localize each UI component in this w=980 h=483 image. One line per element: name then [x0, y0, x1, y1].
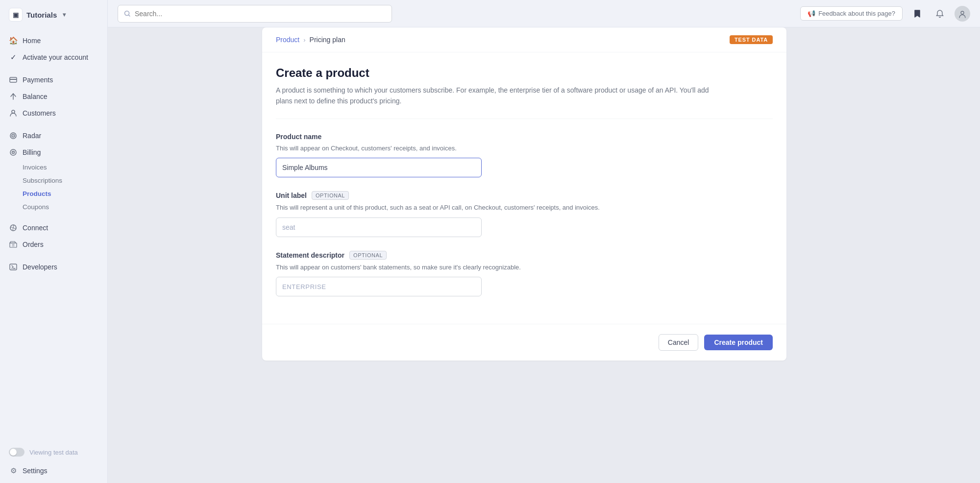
sidebar-item-label: Payments — [23, 76, 53, 84]
cancel-button[interactable]: Cancel — [659, 334, 699, 351]
test-data-toggle[interactable] — [9, 448, 24, 457]
statement-descriptor-label: Statement descriptor — [276, 251, 344, 259]
sidebar-item-label: Radar — [23, 132, 41, 140]
test-data-label: Viewing test data — [29, 449, 78, 456]
sidebar-item-label: Activate your account — [23, 53, 88, 61]
breadcrumb-product-link[interactable]: Product — [276, 36, 299, 44]
unit-label-optional-badge: OPTIONAL — [312, 191, 349, 200]
statement-descriptor-hint: This will appear on customers' bank stat… — [276, 263, 773, 272]
app-icon: ▣ — [9, 8, 23, 22]
svg-rect-1 — [10, 79, 17, 80]
sidebar-item-billing[interactable]: Billing — [0, 144, 107, 161]
form-title: Create a product — [276, 66, 773, 80]
sidebar-item-developers[interactable]: Developers — [0, 259, 107, 275]
search-input[interactable] — [135, 10, 386, 18]
bookmark-icon[interactable] — [909, 6, 925, 22]
svg-point-13 — [961, 11, 964, 14]
sidebar-item-balance[interactable]: Balance — [0, 88, 107, 105]
content-area: Product › Pricing plan TEST DATA Create … — [108, 27, 980, 483]
sidebar-item-payments[interactable]: Payments — [0, 72, 107, 88]
sidebar-nav: 🏠 Home ✓ Activate your account Payments — [0, 29, 107, 442]
sidebar-item-activate[interactable]: ✓ Activate your account — [0, 49, 107, 66]
sidebar-item-customers[interactable]: Customers — [0, 105, 107, 121]
product-name-hint: This will appear on Checkout, customers'… — [276, 144, 773, 153]
breadcrumb: Product › Pricing plan — [276, 36, 345, 44]
breadcrumb-current: Pricing plan — [310, 36, 345, 44]
settings-icon: ⚙ — [9, 466, 18, 475]
product-name-input[interactable] — [276, 158, 482, 177]
billing-icon — [9, 148, 18, 157]
form-description: A product is something to which your cus… — [276, 85, 717, 107]
topbar-right: 📢 Feedback about this page? — [800, 6, 970, 22]
toggle-knob — [10, 449, 17, 456]
sidebar-item-label: Home — [23, 37, 41, 45]
svg-point-5 — [13, 135, 14, 136]
notification-bell-icon[interactable] — [932, 6, 948, 22]
sidebar-item-label: Balance — [23, 93, 48, 100]
sidebar-item-radar[interactable]: Radar — [0, 127, 107, 144]
sidebar-item-label: Connect — [23, 224, 48, 232]
statement-descriptor-optional-badge: OPTIONAL — [349, 251, 387, 260]
balance-icon — [9, 92, 18, 101]
unit-label-row: Unit label OPTIONAL — [276, 191, 773, 200]
orders-icon — [9, 240, 18, 249]
statement-descriptor-input[interactable] — [276, 277, 482, 296]
product-name-field: Product name This will appear on Checkou… — [276, 133, 773, 178]
sidebar-item-connect[interactable]: Connect — [0, 219, 107, 236]
sidebar-item-label: Developers — [23, 263, 57, 271]
test-data-toggle-row: Viewing test data — [0, 442, 107, 462]
unit-label-input[interactable] — [276, 217, 482, 237]
sidebar-sub-item-subscriptions[interactable]: Subscriptions — [0, 174, 107, 187]
product-name-label-row: Product name — [276, 133, 773, 141]
sidebar-sub-item-products[interactable]: Products — [0, 187, 107, 200]
create-product-button[interactable]: Create product — [704, 335, 773, 350]
statement-descriptor-label-row: Statement descriptor OPTIONAL — [276, 251, 773, 260]
home-icon: 🏠 — [9, 36, 18, 45]
chevron-down-icon: ▾ — [63, 11, 66, 18]
unit-label-label: Unit label — [276, 192, 307, 199]
feedback-label: Feedback about this page? — [818, 10, 895, 17]
sidebar-item-label: Settings — [23, 467, 48, 475]
check-icon: ✓ — [9, 53, 18, 62]
feedback-button[interactable]: 📢 Feedback about this page? — [800, 6, 903, 21]
unit-label-field: Unit label OPTIONAL This will represent … — [276, 191, 773, 237]
search-icon — [124, 10, 131, 17]
breadcrumb-bar: Product › Pricing plan TEST DATA — [262, 27, 786, 52]
content-wrapper: Product › Pricing plan TEST DATA Create … — [262, 27, 826, 361]
unit-label-hint: This will represent a unit of this produ… — [276, 203, 773, 213]
sidebar-item-label: Billing — [23, 148, 41, 156]
product-form-card: Product › Pricing plan TEST DATA Create … — [262, 27, 786, 361]
main: 📢 Feedback about this page? — [108, 0, 980, 483]
sidebar-item-label: Orders — [23, 241, 44, 248]
sidebar-item-orders[interactable]: Orders — [0, 236, 107, 253]
product-name-label: Product name — [276, 133, 321, 141]
statement-descriptor-field: Statement descriptor OPTIONAL This will … — [276, 251, 773, 297]
payments-icon — [9, 75, 18, 84]
form-footer: Cancel Create product — [262, 324, 786, 361]
sidebar: ▣ Tutorials ▾ 🏠 Home ✓ Activate your acc… — [0, 0, 108, 483]
breadcrumb-separator: › — [303, 36, 305, 44]
topbar: 📢 Feedback about this page? — [108, 0, 980, 27]
sidebar-header[interactable]: ▣ Tutorials ▾ — [0, 0, 107, 29]
sidebar-sub-item-invoices[interactable]: Invoices — [0, 161, 107, 174]
radar-icon — [9, 131, 18, 140]
svg-point-2 — [12, 110, 15, 113]
svg-rect-10 — [10, 243, 17, 247]
form-body: Product name This will appear on Checkou… — [262, 119, 786, 324]
user-avatar[interactable] — [955, 6, 970, 22]
sidebar-item-settings[interactable]: ⚙ Settings — [0, 462, 107, 483]
sidebar-sub-item-coupons[interactable]: Coupons — [0, 200, 107, 214]
form-header: Create a product A product is something … — [262, 52, 786, 119]
customers-icon — [9, 109, 18, 118]
search-bar[interactable] — [118, 5, 392, 23]
test-data-badge: TEST DATA — [730, 35, 773, 44]
developers-icon — [9, 263, 18, 271]
sidebar-item-home[interactable]: 🏠 Home — [0, 32, 107, 49]
megaphone-icon: 📢 — [808, 10, 815, 17]
sidebar-item-label: Customers — [23, 109, 56, 117]
svg-point-8 — [13, 152, 14, 153]
connect-icon — [9, 223, 18, 232]
app-name: Tutorials — [26, 11, 57, 19]
